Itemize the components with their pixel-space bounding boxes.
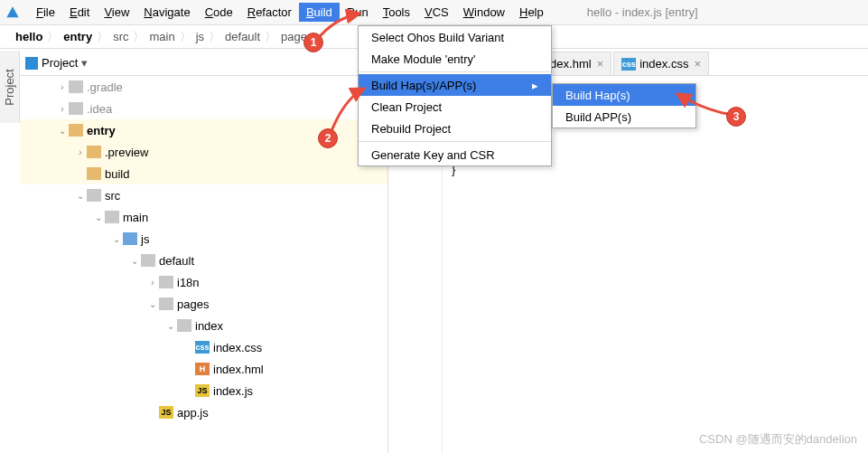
menu-view[interactable]: View [97,3,136,22]
build-submenu-dropdown[interactable]: Build Hap(s)Build APP(s) [552,83,696,128]
tree-node[interactable]: Hindex.hml [20,358,387,380]
tree-node[interactable]: build [20,163,387,184]
tree-node[interactable]: ⌄default [20,250,387,271]
menu-tools[interactable]: Tools [376,3,417,22]
close-icon[interactable]: × [597,57,604,71]
breadcrumb-item[interactable]: js [190,29,210,44]
editor-tab[interactable]: cssindex.css× [613,52,709,75]
menu-navigate[interactable]: Navigate [136,3,197,22]
tree-node[interactable]: ⌄index [20,315,387,336]
menu-refactor[interactable]: Refactor [240,3,299,22]
breadcrumb-item[interactable]: default [219,29,266,44]
menu-file[interactable]: File [29,3,62,22]
chevron-down-icon[interactable]: ▾ [81,56,88,70]
menu-item[interactable]: Generate Key and CSR [359,144,551,165]
tree-node[interactable]: ›.gradle [20,76,387,98]
tree-node[interactable]: ⌄js [20,228,387,250]
tree-node[interactable]: JSapp.js [20,401,387,423]
tree-node[interactable]: ⌄src [20,184,387,206]
menu-item[interactable]: Make Module 'entry' [359,48,551,70]
tree-node[interactable]: ⌄pages [20,293,387,315]
tree-node[interactable]: cssindex.css [20,336,387,358]
menu-run[interactable]: Run [340,3,376,22]
menu-item[interactable]: Select Ohos Build Variant [359,26,551,48]
breadcrumb-item[interactable]: hello [9,29,49,44]
menu-vcs[interactable]: VCS [417,3,456,22]
breadcrumb-item[interactable]: src [107,29,135,44]
breadcrumb-item[interactable]: entry [57,29,98,44]
window-title: hello - index.js [entry] [587,5,698,19]
menu-build[interactable]: Build [299,3,340,22]
watermark: CSDN @随遇而安的dandelion [699,431,857,448]
breadcrumb-item[interactable]: main [143,29,181,44]
menu-help[interactable]: Help [512,3,551,22]
tree-node[interactable]: ›i18n [20,271,387,293]
menu-item[interactable]: Clean Project [359,96,551,118]
tree-node[interactable]: ⌄main [20,206,387,228]
callout-3: 3 [726,107,746,127]
callout-1: 1 [303,33,323,52]
submenu-item[interactable]: Build Hap(s) [553,84,695,106]
menu-window[interactable]: Window [456,3,512,22]
menu-code[interactable]: Code [198,3,240,22]
app-logo-icon [5,5,20,20]
close-icon[interactable]: × [694,57,701,71]
menu-item[interactable]: Build Hap(s)/APP(s)▸ [359,74,551,96]
tree-node[interactable]: ›.idea [20,98,387,119]
project-panel-title[interactable]: Project [42,56,78,70]
menu-bar: FileEditViewNavigateCodeRefactorBuildRun… [0,0,868,25]
tree-node[interactable]: JSindex.js [20,380,387,401]
build-menu-dropdown[interactable]: Select Ohos Build VariantMake Module 'en… [358,25,552,166]
side-tab-project[interactable]: Project [0,51,20,123]
submenu-item[interactable]: Build APP(s) [553,106,695,127]
callout-2: 2 [318,128,338,148]
menu-edit[interactable]: Edit [62,3,97,22]
project-icon [25,57,38,70]
menu-item[interactable]: Rebuild Project [359,118,551,139]
